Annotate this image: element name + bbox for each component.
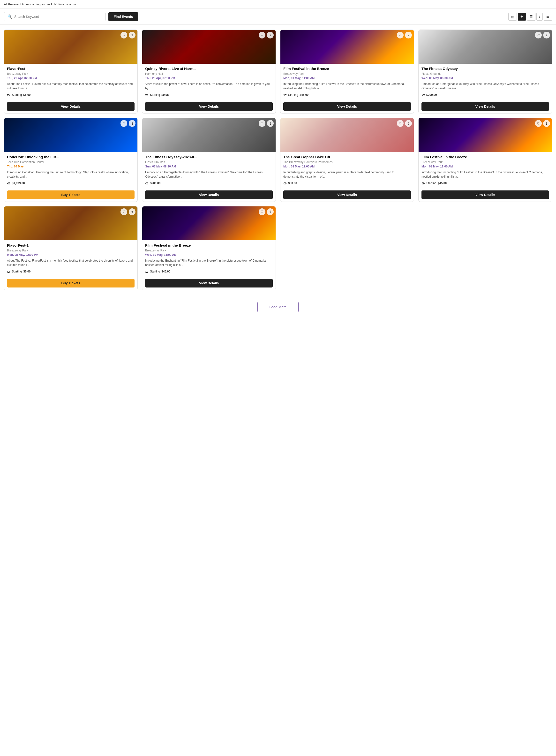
view-details-button[interactable]: View Details	[283, 102, 411, 111]
card-body: FlavorFest-1 Breezeway Park Mon, 08 May,…	[4, 240, 137, 276]
favorite-button[interactable]: ♡	[535, 32, 542, 38]
view-btn-compact[interactable]: ▭	[544, 13, 552, 21]
view-details-button[interactable]: View Details	[283, 191, 411, 199]
event-price: 🎟 $1,099.00	[7, 181, 135, 185]
event-venue: Fiesta Grounds	[421, 72, 549, 75]
event-card: ♡ ⇪ The Great Gopher Bake Off The Breeze…	[280, 118, 414, 202]
card-footer: View Details	[419, 188, 552, 202]
buy-tickets-button[interactable]: Buy Tickets	[7, 191, 135, 199]
share-button[interactable]: ⇪	[405, 120, 412, 127]
card-body: Film Festival in the Breeze Breezeway Pa…	[280, 64, 414, 100]
event-price: 🎟 Starting $5.00	[7, 270, 135, 273]
event-venue: Harmony Hall	[145, 72, 273, 75]
card-body: The Great Gopher Bake Off The Breezeway …	[280, 152, 414, 188]
event-date: Mon, 08 May, 02:00 PM	[7, 253, 135, 256]
card-actions: ♡ ⇪	[258, 208, 274, 215]
view-details-button[interactable]: View Details	[145, 191, 273, 199]
view-btn-grid3[interactable]: ⁝	[536, 13, 543, 21]
event-card: ♡ ⇪ Quincy Rivers, Live at Harm... Harmo…	[142, 30, 276, 113]
share-button[interactable]: ⇪	[543, 120, 550, 127]
card-body: The Fitness Odyssey-2023-0... Fiesta Gro…	[142, 152, 276, 188]
search-icon: 🔍	[7, 14, 12, 19]
event-card: ♡ ⇪ Film Festival in the Breeze Breezewa…	[142, 206, 276, 290]
card-actions: ♡ ⇪	[535, 120, 550, 127]
card-image: ♡ ⇪	[4, 206, 137, 240]
event-venue: Breezeway Park	[283, 72, 411, 75]
event-venue: Breezeway Park	[421, 161, 549, 164]
event-date: Wed, 03 May, 08:30 AM	[421, 76, 549, 80]
card-actions: ♡ ⇪	[258, 32, 274, 38]
view-details-button[interactable]: View Details	[421, 191, 549, 199]
share-button[interactable]: ⇪	[129, 32, 136, 38]
ticket-icon: 🎟	[145, 181, 148, 185]
card-image: ♡ ⇪	[4, 118, 137, 152]
search-bar: 🔍 Find Events ▦ ✚ ☰ ⁝ ▭	[0, 9, 556, 25]
top-bar: All the event times coming as per UTC ti…	[0, 0, 556, 9]
favorite-button[interactable]: ♡	[397, 32, 404, 38]
event-title: The Fitness Odyssey-2023-0...	[145, 155, 273, 159]
edit-icon[interactable]: ✏	[74, 2, 76, 6]
event-title: Film Festival in the Breeze	[421, 155, 549, 159]
event-card: ♡ ⇪ CodeCon: Unlocking the Fut... Tech H…	[4, 118, 138, 202]
share-button[interactable]: ⇪	[129, 120, 136, 127]
view-btn-list[interactable]: ☰	[527, 13, 535, 21]
favorite-button[interactable]: ♡	[258, 32, 266, 38]
card-footer: Buy Tickets	[4, 188, 137, 202]
view-btn-calendar[interactable]: ▦	[508, 13, 517, 21]
event-card: ♡ ⇪ FlavorFest-1 Breezeway Park Mon, 08 …	[4, 206, 138, 290]
ticket-icon: 🎟	[7, 181, 10, 185]
favorite-button[interactable]: ♡	[120, 208, 127, 215]
card-actions: ♡ ⇪	[120, 120, 136, 127]
event-title: CodeCon: Unlocking the Fut...	[7, 155, 135, 159]
card-body: The Fitness Odyssey Fiesta Grounds Wed, …	[419, 64, 552, 100]
event-venue: Tech Hub Convention Center	[7, 161, 135, 164]
view-details-button[interactable]: View Details	[421, 102, 549, 111]
view-details-button[interactable]: View Details	[145, 279, 273, 287]
event-venue: Breezeway Park	[7, 72, 135, 75]
load-more-wrap: Load More	[0, 295, 556, 320]
event-description: About The Festival FlavorFest is a month…	[7, 82, 135, 91]
event-description: Introducing CodeCon: Unlocking the Futur…	[7, 170, 135, 179]
favorite-button[interactable]: ♡	[258, 208, 266, 215]
event-price: 🎟 Starting $5.00	[7, 93, 135, 97]
card-image: ♡ ⇪	[142, 118, 276, 152]
card-actions: ♡ ⇪	[120, 208, 136, 215]
ticket-icon: 🎟	[145, 270, 148, 273]
card-footer: View Details	[419, 100, 552, 113]
share-button[interactable]: ⇪	[267, 120, 274, 127]
event-card: ♡ ⇪ FlavorFest Breezeway Park Thu, 20 Ap…	[4, 30, 138, 113]
card-actions: ♡ ⇪	[258, 120, 274, 127]
ticket-icon: 🎟	[283, 181, 287, 185]
card-image: ♡ ⇪	[280, 118, 414, 152]
view-details-button[interactable]: View Details	[7, 102, 135, 111]
event-price: 🎟 Starting $45.00	[145, 270, 273, 273]
share-button[interactable]: ⇪	[405, 32, 412, 38]
ticket-icon: 🎟	[145, 93, 148, 97]
buy-tickets-button[interactable]: Buy Tickets	[7, 279, 135, 287]
view-details-button[interactable]: View Details	[145, 102, 273, 111]
event-date: Thu, 04 May	[7, 165, 135, 168]
favorite-button[interactable]: ♡	[397, 120, 404, 127]
card-image: ♡ ⇪	[4, 30, 137, 64]
favorite-button[interactable]: ♡	[258, 120, 266, 127]
event-price: 🎟 Starting $45.00	[283, 93, 411, 97]
event-venue: Breezeway Park	[7, 249, 135, 252]
search-input[interactable]	[14, 15, 102, 19]
share-button[interactable]: ⇪	[543, 32, 550, 38]
load-more-button[interactable]: Load More	[257, 302, 299, 312]
favorite-button[interactable]: ♡	[535, 120, 542, 127]
find-events-button[interactable]: Find Events	[108, 12, 138, 21]
event-description: In publishing and graphic design, Lorem …	[283, 170, 411, 179]
view-btn-grid4[interactable]: ✚	[518, 13, 526, 21]
card-image: ♡ ⇪	[142, 30, 276, 64]
ticket-icon: 🎟	[421, 93, 425, 97]
share-button[interactable]: ⇪	[129, 208, 136, 215]
card-actions: ♡ ⇪	[535, 32, 550, 38]
event-date: Wed, 10 May, 11:00 AM	[145, 253, 273, 256]
event-card: ♡ ⇪ Film Festival in the Breeze Breezewa…	[280, 30, 414, 113]
share-button[interactable]: ⇪	[267, 208, 274, 215]
favorite-button[interactable]: ♡	[120, 120, 127, 127]
share-button[interactable]: ⇪	[267, 32, 274, 38]
favorite-button[interactable]: ♡	[120, 32, 127, 38]
card-image: ♡ ⇪	[280, 30, 414, 64]
